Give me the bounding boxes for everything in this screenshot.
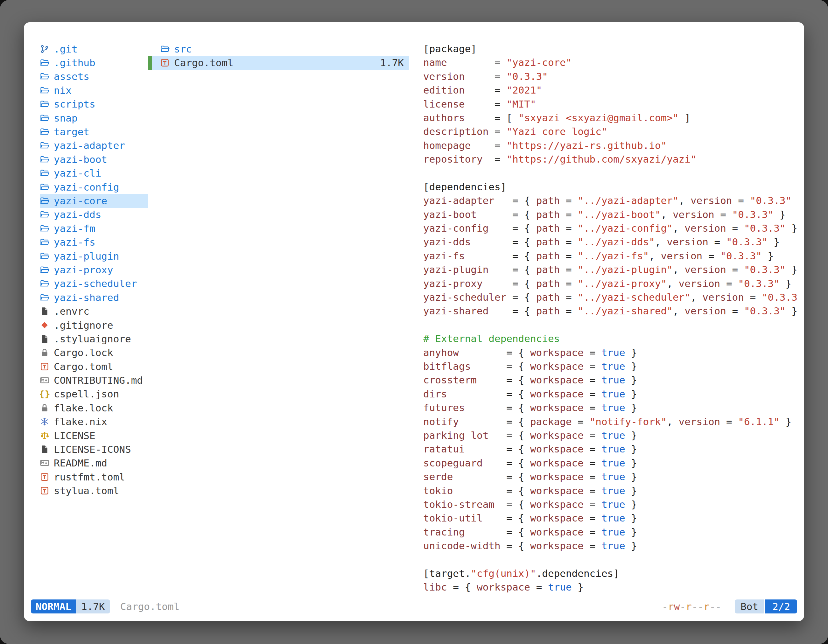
dir-row[interactable]: yazi-cli (40, 166, 148, 180)
dir-row[interactable]: yazi-shared (40, 290, 148, 304)
folder-open-icon (40, 168, 49, 178)
lock-icon (40, 348, 49, 357)
folder-open-icon (160, 44, 169, 54)
entry-size: 1.7K (380, 57, 409, 68)
preview-line: yazi-fs = { path = "../yazi-fs", version… (423, 249, 797, 263)
dir-row[interactable]: yazi-boot (40, 152, 148, 166)
scroll-position-indicator: Bot (735, 599, 764, 613)
file-preview-pane[interactable]: [package]name = "yazi-core"version = "0.… (409, 42, 797, 595)
file-row[interactable]: Cargo.toml (40, 360, 148, 373)
file-icon (40, 334, 49, 344)
entry-name: CONTRIBUTING.md (54, 374, 143, 386)
folder-open-icon (40, 113, 49, 123)
file-row[interactable]: Cargo.toml1.7K (148, 56, 409, 69)
dir-row[interactable]: yazi-dds (40, 208, 148, 221)
preview-line: yazi-shared = { path = "../yazi-shared",… (423, 304, 797, 318)
json-braces-icon: {} (40, 389, 49, 399)
entry-name: Cargo.lock (54, 347, 113, 358)
git-branch-icon (40, 44, 49, 54)
entry-name: snap (54, 112, 78, 124)
dir-row[interactable]: yazi-config (40, 180, 148, 194)
entry-name: yazi-plugin (54, 251, 119, 262)
entry-name: yazi-scheduler (54, 278, 137, 289)
dir-row[interactable]: yazi-scheduler (40, 277, 148, 290)
dir-row[interactable]: .github (40, 56, 148, 69)
entry-name: yazi-boot (54, 154, 107, 165)
folder-open-icon (40, 72, 49, 81)
license-scales-icon (40, 431, 49, 440)
entry-name: LICENSE (54, 430, 96, 441)
file-row[interactable]: LICENSE (40, 429, 148, 442)
file-icon (40, 445, 49, 454)
dir-row[interactable]: yazi-proxy (40, 263, 148, 276)
entry-name: yazi-adapter (54, 140, 125, 151)
file-row[interactable]: stylua.toml (40, 484, 148, 498)
preview-line: [package] (423, 42, 797, 56)
markdown-icon (40, 458, 49, 468)
file-row[interactable]: Cargo.lock (40, 346, 148, 360)
entry-name: LICENSE-ICONS (54, 443, 131, 455)
entry-name: stylua.toml (54, 485, 119, 497)
preview-line: tokio-util = { workspace = true } (423, 511, 797, 525)
dir-row[interactable]: src (148, 42, 409, 56)
preview-line: description = "Yazi core logic" (423, 125, 797, 138)
entry-name: yazi-fm (54, 223, 96, 234)
dir-row[interactable]: yazi-fs (40, 235, 148, 249)
preview-line (423, 553, 797, 566)
entry-name: flake.nix (54, 416, 107, 427)
file-row[interactable]: {}cspell.json (40, 387, 148, 401)
folder-open-icon (40, 155, 49, 164)
preview-line: # External dependencies (423, 332, 797, 346)
dir-row[interactable]: snap (40, 111, 148, 125)
entry-name: Cargo.toml (54, 361, 113, 372)
preview-line: version = "0.3.3" (423, 70, 797, 83)
preview-line: yazi-config = { path = "../yazi-config",… (423, 221, 797, 235)
entry-name: cspell.json (54, 388, 119, 400)
preview-line: yazi-proxy = { path = "../yazi-proxy", v… (423, 277, 797, 290)
file-row[interactable]: .styluaignore (40, 332, 148, 346)
entry-name: src (174, 43, 192, 55)
folder-open-icon (40, 224, 49, 233)
yazi-window: .git.githubassetsnixscriptssnaptargetyaz… (24, 22, 804, 621)
dir-row[interactable]: yazi-core (40, 194, 148, 207)
preview-line: homepage = "https://yazi-rs.github.io" (423, 139, 797, 152)
preview-line: yazi-plugin = { path = "../yazi-plugin",… (423, 263, 797, 276)
preview-line: [target."cfg(unix)".dependencies] (423, 567, 797, 580)
dir-row[interactable]: yazi-adapter (40, 139, 148, 152)
entry-name: .gitignore (54, 320, 113, 331)
permissions-indicator: -rw-r--r-- (662, 601, 721, 612)
dir-row[interactable]: nix (40, 83, 148, 97)
file-row[interactable]: .gitignore (40, 318, 148, 332)
file-row[interactable]: flake.lock (40, 401, 148, 415)
preview-line: bitflags = { workspace = true } (423, 360, 797, 373)
dir-row[interactable]: .git (40, 42, 148, 56)
file-row[interactable]: CONTRIBUTING.md (40, 373, 148, 387)
preview-line: anyhow = { workspace = true } (423, 346, 797, 360)
folder-open-icon (40, 196, 49, 205)
dir-row[interactable]: scripts (40, 97, 148, 111)
nix-snowflake-icon (40, 417, 49, 426)
file-icon (40, 306, 49, 316)
preview-line: serde = { workspace = true } (423, 470, 797, 484)
file-row[interactable]: rustfmt.toml (40, 470, 148, 484)
dir-row[interactable]: target (40, 125, 148, 138)
entry-name: .styluaignore (54, 333, 131, 345)
entry-name: rustfmt.toml (54, 471, 125, 483)
cursor-page-indicator: 2/2 (765, 599, 797, 613)
file-row[interactable]: README.md (40, 456, 148, 470)
entry-name: target (54, 126, 89, 138)
dir-row[interactable]: assets (40, 70, 148, 83)
dir-row[interactable]: yazi-fm (40, 221, 148, 235)
preview-line: tracing = { workspace = true } (423, 525, 797, 539)
folder-open-icon (40, 293, 49, 302)
file-row[interactable]: flake.nix (40, 415, 148, 429)
file-row[interactable]: LICENSE-ICONS (40, 442, 148, 456)
preview-line: notify = { package = "notify-fork", vers… (423, 415, 797, 429)
entry-name: yazi-core (54, 195, 107, 207)
file-row[interactable]: .envrc (40, 304, 148, 318)
folder-open-icon (40, 141, 49, 150)
panes-container: .git.githubassetsnixscriptssnaptargetyaz… (31, 42, 797, 595)
dir-row[interactable]: yazi-plugin (40, 249, 148, 263)
preview-line (423, 318, 797, 332)
entry-name: .envrc (54, 306, 89, 317)
